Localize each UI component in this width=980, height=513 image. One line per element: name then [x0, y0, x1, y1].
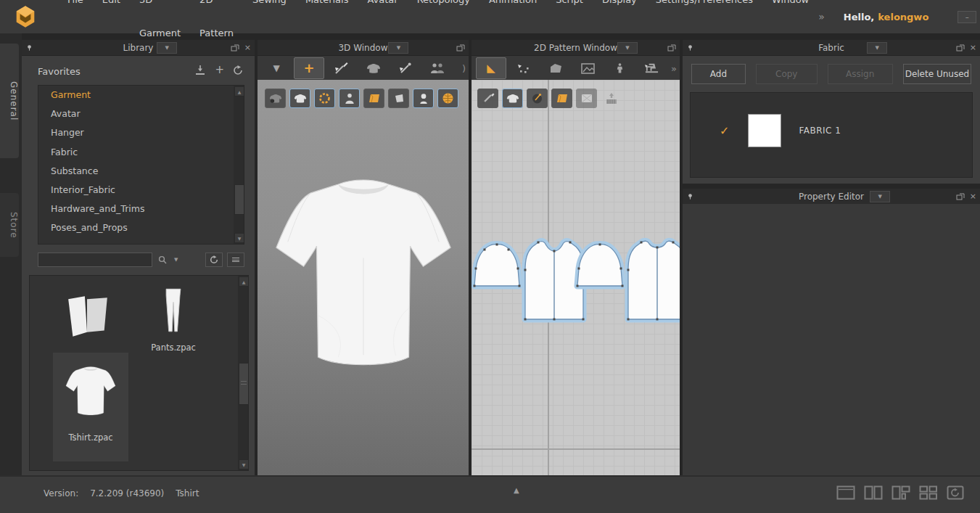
- favorites-item-substance[interactable]: Substance: [38, 162, 244, 181]
- scroll-up-icon[interactable]: ▲: [234, 86, 244, 97]
- layout-four-pane-icon[interactable]: [919, 485, 938, 500]
- 3d-garment-tshirt[interactable]: [266, 171, 461, 388]
- folder-up-item[interactable]: ..: [50, 284, 125, 358]
- files-scrollbar[interactable]: ▲ ▼: [238, 276, 248, 470]
- scrollbar-thumb[interactable]: [239, 363, 249, 405]
- library-dropdown[interactable]: ▼: [157, 42, 177, 54]
- show-avatar-tool[interactable]: [423, 58, 452, 78]
- property-editor-dropdown[interactable]: ▼: [870, 191, 890, 202]
- close-panel-icon[interactable]: ×: [970, 44, 976, 52]
- undock-icon[interactable]: [231, 44, 239, 52]
- select-move-tool[interactable]: +: [294, 57, 324, 79]
- show-fabric-toggle[interactable]: [363, 89, 384, 108]
- fabric-header[interactable]: Fabric ▼ ×: [683, 40, 980, 56]
- 2d-window-dropdown[interactable]: ▼: [617, 42, 638, 54]
- show-internal-cloth-toggle[interactable]: [388, 89, 409, 108]
- search-input[interactable]: [38, 253, 152, 267]
- toolbar-collapse-icon[interactable]: ): [462, 63, 466, 74]
- polygon-pattern-tool[interactable]: [541, 58, 570, 78]
- pin-icon[interactable]: [687, 193, 693, 200]
- favorites-item-interior-fabric[interactable]: Interior_Fabric: [38, 181, 244, 200]
- pin-tool[interactable]: [391, 58, 420, 78]
- fabric-dropdown[interactable]: ▼: [867, 42, 887, 54]
- show-fabric-toggle[interactable]: [551, 89, 572, 108]
- copy-fabric-button[interactable]: Copy: [756, 64, 818, 84]
- transform-pattern-tool[interactable]: ◣: [476, 57, 506, 79]
- show-base-pattern-toggle[interactable]: [576, 89, 597, 108]
- 3d-viewport[interactable]: [258, 80, 469, 475]
- expand-bottom-bar-icon[interactable]: ▲: [514, 486, 519, 494]
- segment-sewing-tool[interactable]: [637, 58, 666, 78]
- fabric-list-item[interactable]: ✓ FABRIC 1: [691, 109, 972, 152]
- favorites-item-hardware-and-trims[interactable]: Hardware_and_Trims: [38, 200, 244, 218]
- favorites-item-partial[interactable]: Poses_and_Props: [38, 218, 244, 237]
- simulate-tool[interactable]: ▼: [262, 58, 291, 78]
- show-avatar-texture-toggle[interactable]: [265, 89, 286, 108]
- undock-icon[interactable]: [956, 193, 965, 200]
- edit-texture-toggle[interactable]: [477, 89, 498, 108]
- refresh-icon[interactable]: [233, 65, 243, 75]
- layout-render-icon[interactable]: [947, 485, 964, 500]
- sync-avatar-tool[interactable]: [605, 58, 634, 78]
- favorites-scrollbar[interactable]: ▲ ▼: [234, 86, 244, 244]
- download-icon[interactable]: [194, 65, 206, 75]
- layout-single-icon[interactable]: [836, 485, 855, 500]
- favorites-item-avatar[interactable]: Avatar: [38, 104, 244, 123]
- search-filter-dropdown-icon[interactable]: ▼: [174, 257, 178, 263]
- favorites-item-hanger[interactable]: Hanger: [38, 123, 244, 142]
- library-header[interactable]: Library ▼ ×: [22, 40, 255, 56]
- toolbar-collapse-icon[interactable]: »: [671, 63, 677, 74]
- show-avatar-bust-toggle[interactable]: [339, 89, 360, 108]
- undock-icon[interactable]: [667, 44, 676, 52]
- menu-overflow-icon[interactable]: »: [818, 11, 825, 22]
- undock-icon[interactable]: [456, 44, 465, 52]
- scrollbar-thumb[interactable]: [234, 184, 244, 215]
- brush-select-tool[interactable]: [327, 58, 356, 78]
- edit-pattern-tool[interactable]: [509, 58, 538, 78]
- scroll-up-icon[interactable]: ▲: [239, 276, 249, 287]
- show-garment-toggle[interactable]: [289, 89, 310, 108]
- refresh-library-icon[interactable]: [205, 253, 223, 267]
- tab-general[interactable]: General: [0, 44, 19, 158]
- layout-two-pane-icon[interactable]: [864, 485, 883, 500]
- show-head-toggle[interactable]: [413, 89, 434, 108]
- 2d-viewport[interactable]: [472, 80, 680, 475]
- delete-unused-button[interactable]: Delete Unused: [903, 64, 971, 84]
- close-panel-icon[interactable]: ×: [970, 192, 976, 200]
- assign-fabric-button[interactable]: Assign: [828, 64, 893, 84]
- file-item-tshirt-selected[interactable]: Tshirt.zpac: [53, 353, 128, 461]
- show-seamlines-toggle[interactable]: [314, 89, 335, 108]
- favorites-item-garment[interactable]: Garment: [38, 86, 244, 104]
- pin-icon[interactable]: [26, 44, 33, 51]
- show-map-toggle[interactable]: [437, 89, 458, 108]
- pattern-pieces[interactable]: [472, 80, 680, 474]
- show-garment-toggle[interactable]: [502, 89, 523, 108]
- pattern-back-bodice: [627, 241, 680, 320]
- pin-icon[interactable]: [687, 44, 693, 51]
- minimize-button[interactable]: –: [958, 11, 976, 23]
- close-panel-icon[interactable]: ×: [244, 44, 251, 52]
- scroll-down-icon[interactable]: ▼: [239, 459, 249, 469]
- property-editor-header[interactable]: Property Editor ▼ ×: [683, 189, 980, 205]
- show-pins-toggle[interactable]: [527, 89, 548, 108]
- add-favorite-icon[interactable]: +: [215, 65, 224, 75]
- trace-tool[interactable]: [573, 58, 602, 78]
- 3d-window-dropdown[interactable]: ▼: [388, 42, 408, 54]
- 2d-window-header[interactable]: 2D Pattern Window ▼: [472, 40, 680, 56]
- show-grid-toggle[interactable]: [601, 89, 622, 108]
- favorites-item-fabric[interactable]: Fabric: [38, 143, 244, 162]
- username-link[interactable]: kelongwo: [878, 12, 928, 22]
- 3d-window-header[interactable]: 3D Window ▼: [258, 40, 469, 56]
- light-shirt-icon: [294, 93, 307, 104]
- list-view-icon[interactable]: [227, 253, 244, 267]
- app-logo-icon: [15, 5, 36, 28]
- search-icon[interactable]: [158, 255, 167, 264]
- undock-icon[interactable]: [956, 44, 965, 52]
- add-fabric-button[interactable]: Add: [691, 64, 746, 84]
- layout-mixed-icon[interactable]: [892, 485, 910, 500]
- select-mesh-tool[interactable]: [359, 58, 388, 78]
- fabric-swatch[interactable]: [748, 114, 781, 147]
- scroll-down-icon[interactable]: ▼: [234, 233, 244, 243]
- tab-store[interactable]: Store: [0, 193, 19, 257]
- file-item-pants[interactable]: Pants.zpac: [136, 282, 211, 353]
